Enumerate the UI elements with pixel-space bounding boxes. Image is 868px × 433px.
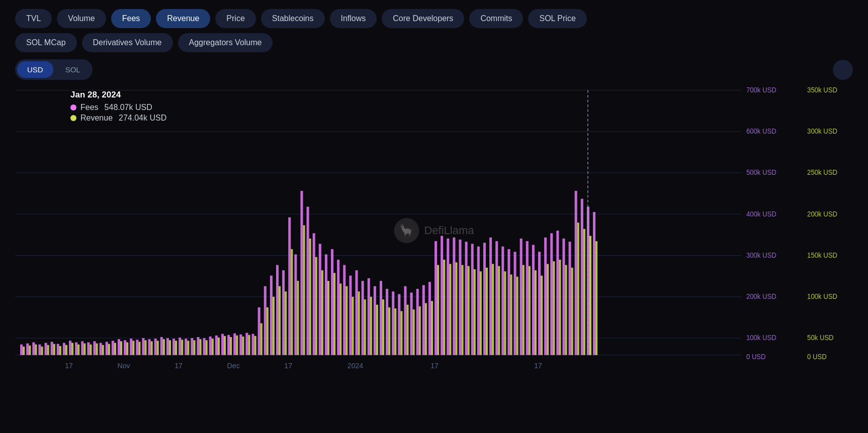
currency-btn-sol[interactable]: SOL (55, 61, 91, 78)
svg-text:17: 17 (284, 362, 292, 370)
svg-text:250k USD: 250k USD (807, 169, 837, 176)
svg-rect-74 (172, 339, 175, 355)
svg-text:500k USD: 500k USD (746, 169, 776, 176)
svg-rect-40 (69, 341, 71, 355)
svg-rect-133 (352, 297, 354, 355)
svg-rect-31 (41, 347, 43, 355)
svg-rect-146 (392, 291, 394, 355)
svg-rect-181 (498, 266, 500, 355)
nav-btn-stablecoins[interactable]: Stablecoins (261, 9, 325, 28)
svg-rect-179 (492, 264, 494, 355)
svg-rect-62 (136, 340, 138, 355)
svg-rect-91 (224, 336, 226, 355)
svg-rect-63 (138, 342, 140, 355)
svg-rect-52 (106, 342, 108, 355)
svg-rect-178 (489, 238, 492, 355)
revenue-dot (70, 115, 76, 121)
nav-btn-sol-mcap[interactable]: SOL MCap (15, 33, 77, 52)
svg-rect-115 (297, 281, 299, 355)
svg-rect-41 (71, 343, 73, 355)
revenue-legend-value: 274.04k USD (119, 114, 166, 123)
svg-rect-79 (187, 341, 189, 355)
svg-rect-43 (77, 345, 79, 355)
svg-rect-110 (282, 270, 285, 355)
svg-rect-121 (315, 257, 317, 355)
svg-rect-143 (382, 299, 384, 355)
svg-rect-153 (413, 309, 415, 355)
svg-rect-103 (261, 323, 263, 355)
svg-rect-157 (425, 303, 427, 355)
svg-rect-140 (374, 286, 376, 355)
svg-text:300k USD: 300k USD (807, 128, 837, 135)
svg-rect-44 (81, 341, 83, 355)
svg-rect-50 (100, 343, 102, 355)
nav-btn-aggregators-volume[interactable]: Aggregators Volume (178, 33, 273, 52)
svg-rect-173 (474, 269, 476, 355)
svg-rect-130 (343, 265, 345, 355)
fees-legend-label: Fees (80, 103, 99, 112)
svg-text:2024: 2024 (348, 362, 363, 370)
svg-rect-101 (254, 336, 256, 355)
svg-rect-166 (453, 238, 455, 355)
svg-rect-135 (358, 291, 360, 355)
svg-rect-187 (516, 277, 518, 355)
fees-legend-value: 548.07k USD (105, 103, 152, 112)
svg-rect-142 (380, 281, 382, 355)
revenue-legend-label: Revenue (80, 114, 113, 123)
svg-text:600k USD: 600k USD (746, 128, 776, 135)
svg-text:100k USD: 100k USD (807, 293, 837, 300)
svg-rect-32 (45, 343, 47, 355)
svg-rect-28 (32, 343, 35, 355)
svg-rect-202 (562, 239, 565, 355)
fees-dot (70, 104, 76, 111)
svg-rect-33 (47, 345, 49, 355)
svg-rect-29 (35, 345, 37, 355)
svg-rect-200 (556, 231, 559, 355)
svg-rect-38 (63, 343, 65, 355)
nav-btn-core-developers[interactable]: Core Developers (382, 9, 464, 28)
svg-rect-45 (83, 344, 85, 355)
svg-rect-191 (529, 266, 531, 355)
svg-rect-203 (565, 265, 567, 355)
nav-btn-sol-price[interactable]: SOL Price (528, 9, 586, 28)
svg-rect-84 (203, 338, 206, 355)
svg-rect-118 (307, 207, 309, 355)
svg-rect-57 (120, 341, 122, 355)
svg-rect-207 (577, 223, 579, 355)
svg-rect-163 (443, 260, 445, 355)
svg-rect-88 (215, 336, 218, 355)
nav-btn-fees[interactable]: Fees (111, 9, 151, 28)
svg-rect-138 (368, 278, 370, 355)
svg-rect-147 (394, 308, 396, 355)
currency-btn-usd[interactable]: USD (17, 61, 53, 78)
embed-button[interactable] (833, 60, 853, 80)
second-row-nav: SOL MCapDerivatives VolumeAggregators Vo… (0, 33, 868, 59)
nav-btn-tvl[interactable]: TVL (15, 9, 52, 28)
svg-rect-201 (559, 260, 561, 355)
svg-text:400k USD: 400k USD (746, 210, 776, 218)
nav-btn-revenue[interactable]: Revenue (156, 9, 210, 28)
nav-btn-price[interactable]: Price (215, 9, 255, 28)
nav-btn-commits[interactable]: Commits (469, 9, 523, 28)
svg-text:200k USD: 200k USD (807, 210, 837, 218)
nav-btn-derivatives-volume[interactable]: Derivatives Volume (82, 33, 173, 52)
svg-rect-77 (181, 340, 183, 355)
svg-rect-175 (480, 271, 482, 355)
svg-rect-94 (233, 334, 236, 355)
svg-rect-134 (355, 270, 358, 355)
svg-rect-132 (349, 276, 352, 355)
svg-rect-148 (398, 294, 400, 355)
svg-rect-211 (589, 236, 591, 355)
nav-btn-inflows[interactable]: Inflows (330, 9, 377, 28)
svg-text:Dec: Dec (227, 362, 240, 370)
svg-rect-51 (102, 345, 104, 355)
svg-rect-81 (193, 340, 195, 355)
svg-rect-162 (441, 236, 443, 355)
svg-rect-172 (471, 244, 474, 355)
svg-rect-98 (245, 333, 248, 355)
svg-rect-46 (87, 343, 90, 355)
svg-rect-100 (252, 334, 254, 355)
svg-rect-86 (209, 337, 212, 355)
nav-btn-volume[interactable]: Volume (57, 9, 106, 28)
svg-rect-119 (309, 239, 311, 355)
